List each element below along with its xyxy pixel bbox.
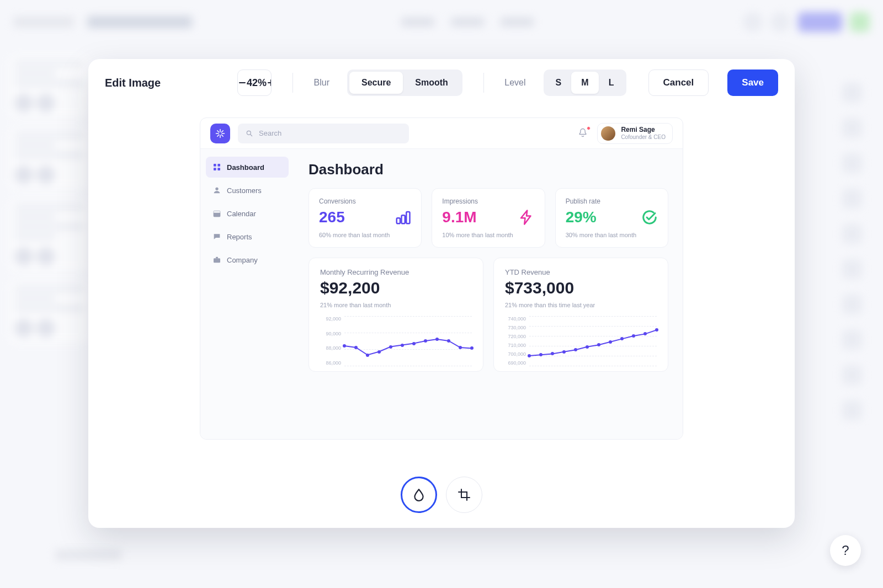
kpi-sub: 10% more than last month xyxy=(442,232,534,238)
kpi-label: Impressions xyxy=(442,197,534,205)
kpi-conversions: Conversions 265 60% more than last month xyxy=(308,188,422,248)
nav-label: Dashboard xyxy=(227,163,264,172)
panel-value: $733,000 xyxy=(505,279,657,297)
nav-reports: Reports xyxy=(206,226,289,247)
avatar xyxy=(601,126,615,141)
blur-option-smooth[interactable]: Smooth xyxy=(403,72,460,94)
preview-main: Dashboard Conversions 265 60% more than … xyxy=(294,149,683,439)
drop-icon xyxy=(412,488,426,502)
nav-label: Company xyxy=(227,256,258,264)
level-option-l[interactable]: L xyxy=(599,72,624,94)
nav-customers: Customers xyxy=(206,180,289,201)
minus-icon xyxy=(238,78,247,87)
svg-point-9 xyxy=(215,188,218,190)
question-icon: ? xyxy=(842,543,849,558)
help-button[interactable]: ? xyxy=(830,535,861,566)
level-option-s[interactable]: S xyxy=(546,72,572,94)
preview-user-name: Remi Sage xyxy=(621,126,666,133)
chart-y-axis: 92,00090,00088,00086,000 xyxy=(320,316,344,366)
kpi-publish: Publish rate 29% 30% more than last mont… xyxy=(555,188,668,248)
preview-sidebar: Dashboard Customers Calendar Reports xyxy=(200,149,294,439)
svg-point-3 xyxy=(247,131,251,135)
canvas-area: Search Remi Sage Cofounder & CEO xyxy=(88,106,795,462)
panel-sub: 21% more than this time last year xyxy=(505,302,657,308)
grid-icon xyxy=(212,163,221,172)
svg-rect-11 xyxy=(214,211,220,212)
svg-rect-16 xyxy=(402,215,405,223)
kpi-label: Conversions xyxy=(319,197,411,205)
panel-title: Monthly Recurring Revenue xyxy=(320,268,472,276)
preview-user-role: Cofounder & CEO xyxy=(621,134,666,140)
zoom-value: 42% xyxy=(247,77,267,89)
level-option-m[interactable]: M xyxy=(571,72,598,94)
image-preview[interactable]: Search Remi Sage Cofounder & CEO xyxy=(200,117,683,440)
panel-sub: 21% more than last month xyxy=(320,302,472,308)
blur-option-secure[interactable]: Secure xyxy=(349,72,403,94)
kpi-sub: 60% more than last month xyxy=(319,232,411,238)
crop-tool-button[interactable] xyxy=(446,477,482,513)
zoom-out-button[interactable] xyxy=(238,70,247,95)
nav-label: Calendar xyxy=(227,210,256,218)
modal-title: Edit Image xyxy=(105,77,226,89)
blur-tool-button[interactable] xyxy=(401,477,437,513)
svg-rect-2 xyxy=(270,79,272,86)
calendar-icon xyxy=(212,209,221,218)
panel-ytd: YTD Revenue $733,000 21% more than this … xyxy=(493,258,668,372)
preview-topbar: Search Remi Sage Cofounder & CEO xyxy=(200,118,683,149)
blur-label: Blur xyxy=(314,78,329,88)
kpi-sub: 30% more than last month xyxy=(566,232,658,238)
zoom-control: 42% xyxy=(237,70,272,96)
svg-rect-5 xyxy=(214,164,216,167)
svg-rect-1 xyxy=(268,82,272,83)
plus-icon xyxy=(267,78,272,87)
level-label: Level xyxy=(504,78,525,88)
briefcase-icon xyxy=(212,255,221,264)
zoom-in-button[interactable] xyxy=(267,70,272,95)
svg-rect-7 xyxy=(214,168,216,170)
panel-value: $92,200 xyxy=(320,279,472,297)
svg-rect-15 xyxy=(397,218,400,223)
nav-label: Customers xyxy=(227,186,262,195)
svg-rect-8 xyxy=(217,168,220,170)
bars-icon xyxy=(395,209,411,226)
nav-calendar: Calendar xyxy=(206,203,289,224)
search-icon xyxy=(246,130,253,137)
edit-image-modal: Edit Image 42% Blur Secure Smooth Level … xyxy=(88,59,795,528)
preview-heading: Dashboard xyxy=(308,161,668,178)
preview-search-placeholder: Search xyxy=(259,129,281,137)
svg-rect-0 xyxy=(239,82,246,83)
chat-icon xyxy=(212,232,221,241)
panel-mrr: Monthly Recurring Revenue $92,200 21% mo… xyxy=(308,258,483,372)
svg-line-4 xyxy=(251,134,252,136)
nav-company: Company xyxy=(206,249,289,270)
kpi-impressions: Impressions 9.1M 10% more than last mont… xyxy=(432,188,545,248)
svg-rect-6 xyxy=(217,164,220,167)
kpi-label: Publish rate xyxy=(566,197,658,205)
preview-body: Dashboard Customers Calendar Reports xyxy=(200,149,683,439)
kpi-value: 265 xyxy=(319,209,345,226)
crop-icon xyxy=(458,488,471,501)
cancel-button[interactable]: Cancel xyxy=(648,70,709,96)
bolt-icon xyxy=(518,209,535,226)
preview-search: Search xyxy=(238,124,409,143)
logo-icon xyxy=(215,129,225,138)
chart-mrr: 92,00090,00088,00086,000 xyxy=(320,316,472,366)
chart-plot xyxy=(344,316,472,366)
check-circle-icon xyxy=(641,209,658,226)
panel-title: YTD Revenue xyxy=(505,268,657,276)
svg-rect-13 xyxy=(214,258,220,263)
user-icon xyxy=(212,186,221,195)
kpi-row: Conversions 265 60% more than last month… xyxy=(308,188,668,248)
save-button[interactable]: Save xyxy=(727,70,778,96)
modal-header: Edit Image 42% Blur Secure Smooth Level … xyxy=(88,59,795,106)
preview-notifications xyxy=(577,127,589,140)
panel-row: Monthly Recurring Revenue $92,200 21% mo… xyxy=(308,258,668,372)
tool-row xyxy=(88,462,795,528)
chart-ytd: 740,000730,000720,000710,000700,000690,0… xyxy=(505,316,657,366)
nav-dashboard: Dashboard xyxy=(206,157,289,178)
kpi-value: 29% xyxy=(566,209,597,226)
blur-segmented: Secure Smooth xyxy=(347,70,462,96)
chart-y-axis: 740,000730,000720,000710,000700,000690,0… xyxy=(505,316,529,366)
preview-logo xyxy=(210,124,230,143)
kpi-value: 9.1M xyxy=(442,209,476,226)
